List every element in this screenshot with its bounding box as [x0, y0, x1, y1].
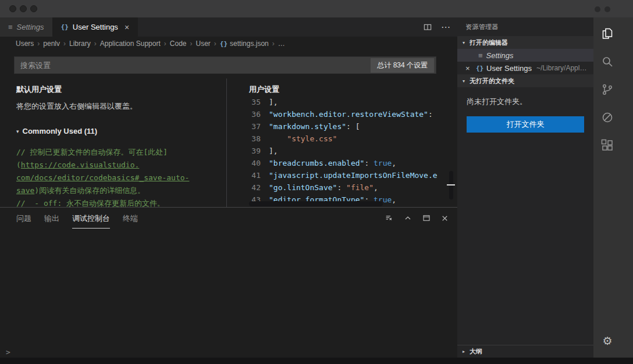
sidebar-title: 资源管理器: [457, 17, 593, 36]
open-editor-item-settings[interactable]: ≡ Settings: [457, 49, 593, 62]
close-panel-icon[interactable]: [440, 214, 449, 223]
comment-text: // - off: 永不自动保存更新后的文件。: [16, 199, 165, 207]
chevron-down-icon: ▾: [461, 40, 467, 45]
code-line: 36"workbench.editor.restoreViewState":: [244, 108, 457, 120]
breadcrumb-item[interactable]: User: [195, 40, 210, 48]
code-token: "go.lintOnSave": [269, 183, 337, 192]
overview-ruler-marker: [447, 184, 455, 185]
settings-editor: 总计 834 个设置 默认用户设置 将您的设置放入右侧编辑器以覆盖。 ▾ Com…: [0, 51, 457, 207]
code-text: ],: [269, 145, 278, 157]
horizontal-scrollbar[interactable]: [249, 201, 383, 206]
tab-label: User Settings: [73, 23, 118, 31]
panel-tab[interactable]: 输出: [44, 208, 59, 229]
tab-user-settings[interactable]: {} User Settings ×: [53, 17, 138, 37]
default-settings-intro: 将您的设置放入右侧编辑器以覆盖。: [16, 101, 226, 112]
code-line: 38 "style.css": [244, 133, 457, 145]
close-window-button[interactable]: [9, 5, 16, 12]
no-folder-header[interactable]: ▾ 无打开的文件夹: [457, 74, 593, 87]
breadcrumb-separator: ›: [164, 40, 166, 48]
section-label: Commonly Used (11): [23, 127, 98, 135]
code-token: "file": [346, 183, 374, 192]
code-line: 37"markdown.styles": [: [244, 120, 457, 133]
editor-area: ≡ Settings {} User Settings × ⋯: [0, 17, 457, 364]
activity-explorer-icon[interactable]: [593, 20, 621, 48]
default-settings-pane[interactable]: 默认用户设置 将您的设置放入右侧编辑器以覆盖。 ▾ Commonly Used …: [0, 78, 227, 207]
breadcrumb-separator: ›: [190, 40, 192, 48]
close-icon[interactable]: ×: [465, 64, 475, 73]
vscode-window: ≡ Settings {} User Settings × ⋯: [0, 0, 633, 364]
breadcrumb-item[interactable]: {}settings.json: [220, 40, 269, 48]
chevron-down-icon: ▾: [461, 78, 467, 84]
breadcrumb-item[interactable]: Code: [170, 40, 187, 48]
minimize-window-button[interactable]: [20, 5, 27, 12]
debug-console-output[interactable]: [0, 229, 457, 346]
code-token: true: [374, 159, 392, 167]
maximize-panel-icon[interactable]: [403, 213, 412, 223]
open-editor-path: ~/Library/Appl…: [536, 64, 586, 72]
open-editors-header[interactable]: ▾ 打开的编辑器: [457, 36, 593, 49]
titlebar: [0, 0, 633, 17]
settings-gear-icon[interactable]: ⚙: [593, 334, 621, 348]
comment-line: (https://code.visualstudio.: [16, 159, 226, 172]
breadcrumb-separator: ›: [37, 40, 40, 48]
breadcrumb-item[interactable]: penlv: [43, 40, 60, 48]
panel-tab[interactable]: 终端: [123, 208, 138, 229]
code-text: "style.css": [269, 133, 337, 145]
user-settings-pane[interactable]: 用户设置 35],36"workbench.editor.restoreView…: [227, 78, 457, 207]
panel-tab[interactable]: 调试控制台: [72, 208, 110, 229]
search-input[interactable]: [15, 61, 371, 70]
line-number: 42: [244, 181, 261, 194]
default-settings-comments: // 控制已更新文件的自动保存。可在[此处](https://code.visu…: [16, 146, 226, 207]
section-label: 打开的编辑器: [470, 38, 508, 47]
activity-search-icon[interactable]: [593, 48, 621, 76]
no-folder-message: 尚未打开文件夹。: [467, 97, 584, 107]
code-token: ,: [374, 183, 378, 192]
close-tab-icon[interactable]: ×: [125, 23, 129, 32]
code-token: :: [364, 159, 374, 167]
section-label: 无打开的文件夹: [470, 77, 514, 85]
breadcrumb-item[interactable]: Application Support: [100, 40, 161, 48]
json-braces-icon: {}: [61, 23, 69, 31]
line-number: 39: [244, 145, 261, 157]
comment-text: )阅读有关自动保存的详细信息。: [34, 186, 145, 195]
open-editor-item-user-settings[interactable]: × {} User Settings ~/Library/Appl…: [457, 62, 593, 74]
line-number: 40: [244, 157, 261, 169]
restore-panel-icon[interactable]: [422, 213, 431, 223]
activity-extensions-icon[interactable]: [593, 131, 621, 159]
breadcrumb-separator: ›: [94, 40, 97, 48]
breadcrumb-item[interactable]: Users: [16, 40, 34, 48]
breadcrumb-separator: ›: [214, 40, 216, 48]
code-line: 42"go.lintOnSave": "file",: [244, 181, 457, 194]
clear-console-icon[interactable]: [385, 213, 394, 223]
comment-text: com/docs/editor/codebasics#_save-auto-: [16, 173, 189, 182]
breadcrumb-item[interactable]: Library: [69, 40, 91, 48]
split-editor-icon[interactable]: [423, 23, 432, 32]
default-settings-header: 默认用户设置: [16, 84, 226, 95]
breadcrumb-item[interactable]: …: [278, 40, 285, 48]
open-folder-button[interactable]: 打开文件夹: [467, 116, 584, 133]
tab-settings[interactable]: ≡ Settings: [0, 17, 53, 37]
debug-console-input[interactable]: >: [0, 346, 457, 358]
code-token: ],: [269, 147, 278, 155]
comment-line: // - off: 永不自动保存更新后的文件。: [16, 197, 226, 207]
section-label: 大纲: [470, 347, 482, 356]
line-number: 36: [244, 108, 261, 120]
activity-source-control-icon[interactable]: [593, 76, 621, 104]
user-settings-header: 用户设置: [249, 84, 457, 95]
code-line: 41"javascript.updateImportsOnFileMove.e: [244, 169, 457, 181]
line-number: 35: [244, 96, 261, 108]
explorer-sidebar: 资源管理器 ▾ 打开的编辑器 ≡ Settings × {} User Sett…: [457, 17, 593, 364]
zoom-window-button[interactable]: [30, 5, 37, 12]
breadcrumb-label: Library: [69, 40, 91, 48]
more-actions-icon[interactable]: ⋯: [441, 24, 450, 30]
code-text: ],: [269, 96, 278, 108]
prompt-chevron-icon: >: [6, 348, 10, 356]
panel-tab[interactable]: 问题: [16, 208, 31, 229]
bottom-panel: 问题输出调试控制台终端: [0, 207, 457, 364]
code-line: 35],: [244, 96, 457, 108]
breadcrumb-label: Application Support: [100, 40, 161, 48]
activity-debug-icon[interactable]: [593, 104, 621, 131]
code-text: "go.lintOnSave": "file",: [269, 181, 378, 194]
commonly-used-section[interactable]: ▾ Commonly Used (11): [16, 127, 226, 135]
outline-header[interactable]: ▸ 大纲: [457, 345, 593, 358]
